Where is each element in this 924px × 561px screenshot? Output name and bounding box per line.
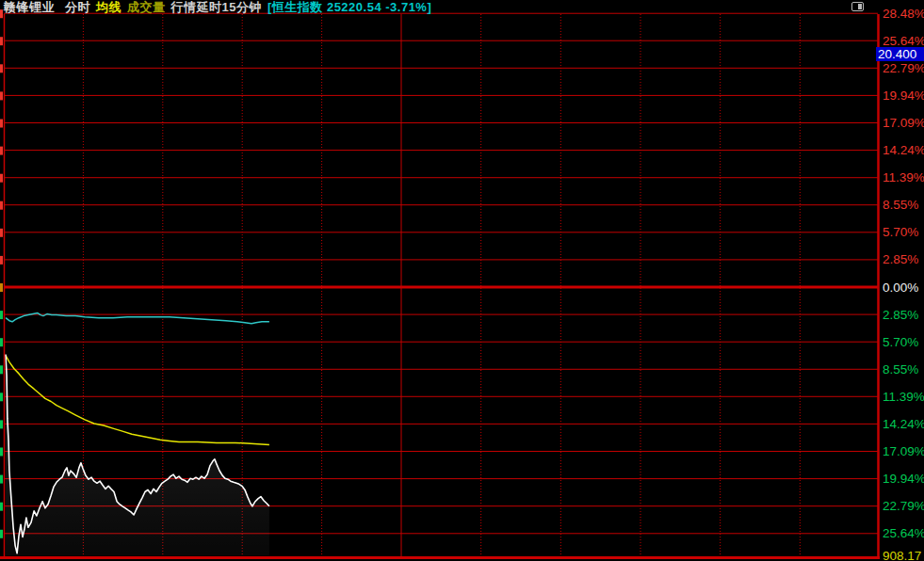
chart-header: 赣锋锂业 分时 均线 成交量 行情延时15分钟 [恒生指数 25220.54 -… [4, 0, 431, 14]
price-area-fill [6, 355, 269, 556]
left-axis-label-fragment [0, 447, 3, 456]
left-axis-label-fragment [0, 120, 3, 128]
panel-toggle-icon[interactable] [851, 2, 864, 11]
left-axis-label-fragment [0, 37, 3, 45]
left-axis-label-fragment [0, 64, 3, 72]
left-axis-label-fragment [0, 91, 3, 100]
left-axis-label-fragment [0, 201, 3, 210]
left-axis-label-fragment [0, 283, 3, 292]
tab-volume[interactable]: 成交量 [127, 0, 166, 16]
tab-timeshare[interactable]: 分时 [65, 0, 90, 16]
stock-name: 赣锋锂业 [4, 0, 55, 16]
left-axis-label-fragment [0, 475, 3, 484]
left-axis-label-fragment [0, 530, 3, 538]
panel-toggle-icon-fill [858, 4, 862, 9]
left-axis-label-fragment [0, 256, 3, 264]
volume-axis-label: 908.17 [883, 549, 921, 561]
intraday-chart[interactable] [0, 0, 924, 561]
left-axis-label-fragment [0, 311, 3, 319]
tab-ma-line[interactable]: 均线 [96, 0, 122, 16]
left-axis-label-fragment [0, 174, 3, 183]
avg_price-line [6, 356, 269, 445]
price-tag: 20.400 [876, 47, 924, 61]
left-axis-label-fragment [0, 393, 3, 401]
pane-separator-line [0, 556, 880, 559]
left-axis-label-fragment [0, 365, 3, 374]
left-axis-label-fragment [0, 338, 3, 346]
left-axis-label-fragment [0, 503, 3, 511]
left-axis-label-fragment [0, 147, 3, 155]
trading-app-window: 赣锋锂业 分时 均线 成交量 行情延时15分钟 [恒生指数 25220.54 -… [0, 0, 924, 561]
left-axis-label-fragment [0, 9, 3, 18]
index-quote: [恒生指数 25220.54 -3.71%] [267, 0, 431, 16]
left-axis-label-fragment [0, 420, 3, 428]
delay-notice: 行情延时15分钟 [171, 0, 262, 16]
left-axis-label-fragment [0, 229, 3, 237]
